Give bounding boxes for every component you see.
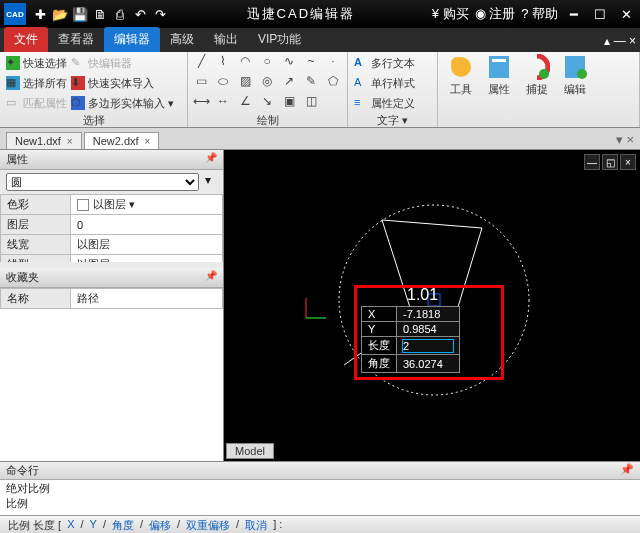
svg-point-6 bbox=[577, 69, 587, 79]
buy-link[interactable]: ¥ 购买 bbox=[432, 5, 469, 23]
svg-rect-3 bbox=[492, 59, 506, 62]
tab-output[interactable]: 输出 bbox=[204, 27, 248, 52]
fav-panel-title: 收藏夹 bbox=[6, 270, 39, 285]
qa-save-icon[interactable]: 💾 bbox=[70, 4, 90, 24]
tab-viewer[interactable]: 查看器 bbox=[48, 27, 104, 52]
draw-angle-icon[interactable]: ∠ bbox=[238, 94, 252, 108]
readout-title: 1.01 bbox=[407, 286, 438, 304]
close-button[interactable]: ✕ bbox=[616, 4, 636, 24]
opt-double-offset[interactable]: 双重偏移 bbox=[186, 518, 230, 533]
canvas-close-icon[interactable]: × bbox=[620, 154, 636, 170]
tab-advanced[interactable]: 高级 bbox=[160, 27, 204, 52]
stext-button[interactable]: A单行样式 bbox=[354, 74, 415, 92]
draw-ring-icon[interactable]: ◎ bbox=[260, 74, 274, 88]
pin-icon[interactable]: 📌 bbox=[205, 270, 217, 285]
readout-x[interactable]: -7.1818 bbox=[397, 307, 460, 322]
prop-color-cell[interactable]: 以图层 ▾ bbox=[71, 195, 223, 215]
tab-file[interactable]: 文件 bbox=[4, 27, 48, 52]
register-link[interactable]: ◉ 注册 bbox=[475, 5, 516, 23]
draw-line-icon[interactable]: ╱ bbox=[194, 54, 208, 68]
draw-hatch-icon[interactable]: ▨ bbox=[238, 74, 252, 88]
capture-button[interactable]: 捕捉 bbox=[520, 54, 554, 113]
close-icon[interactable]: × bbox=[67, 136, 73, 147]
app-title: 迅捷CAD编辑器 bbox=[170, 5, 432, 23]
group-select-label: 选择 bbox=[6, 112, 181, 129]
draw-block-icon[interactable]: ◫ bbox=[304, 94, 318, 108]
qa-saveall-icon[interactable]: 🗎 bbox=[90, 4, 110, 24]
readout-y[interactable]: 0.9854 bbox=[397, 322, 460, 337]
draw-ray-icon[interactable]: ↗ bbox=[282, 74, 296, 88]
tools-button[interactable]: 工具 bbox=[444, 54, 478, 113]
prop-panel-title: 属性 bbox=[6, 152, 28, 167]
edit-button[interactable]: 编辑 bbox=[558, 54, 592, 113]
maximize-button[interactable]: ☐ bbox=[590, 4, 610, 24]
fav-col-path: 路径 bbox=[71, 289, 223, 309]
canvas-max-icon[interactable]: ◱ bbox=[602, 154, 618, 170]
property-table: 色彩以图层 ▾ 图层0 线宽以图层 线型以图层 bbox=[0, 194, 223, 262]
draw-polyline-icon[interactable]: ⌇ bbox=[216, 54, 230, 68]
props-button[interactable]: 属性 bbox=[482, 54, 516, 113]
draw-curve-icon[interactable]: ∿ bbox=[282, 54, 296, 68]
doc-tab-2[interactable]: New2.dxf× bbox=[84, 132, 160, 149]
opt-offset[interactable]: 偏移 bbox=[149, 518, 171, 533]
app-logo: CAD bbox=[4, 3, 26, 25]
qa-undo-icon[interactable]: ↶ bbox=[130, 4, 150, 24]
attrdef-button[interactable]: ≡属性定义 bbox=[354, 94, 415, 112]
draw-arc-icon[interactable]: ◠ bbox=[238, 54, 252, 68]
doctabs-menu-icon[interactable]: ▾ × bbox=[610, 130, 640, 149]
opt-cancel[interactable]: 取消 bbox=[245, 518, 267, 533]
cmdline-title: 命令行 bbox=[6, 463, 39, 478]
draw-circle-icon[interactable]: ○ bbox=[260, 54, 274, 68]
polygon-input-button[interactable]: ⬠多边形实体输入 ▾ bbox=[71, 94, 174, 112]
draw-dim-icon[interactable]: ⟷ bbox=[194, 94, 208, 108]
quick-select-button[interactable]: ✦快速选择 bbox=[6, 54, 67, 72]
drawing-canvas[interactable]: — ◱ × 1.01 X-7.1818 Y0.9854 长度 角度36.0274… bbox=[224, 150, 640, 461]
qa-print-icon[interactable]: ⎙ bbox=[110, 4, 130, 24]
pin-icon[interactable]: 📌 bbox=[205, 152, 217, 167]
prop-lt-cell[interactable]: 以图层 bbox=[71, 255, 223, 263]
qa-redo-icon[interactable]: ↷ bbox=[150, 4, 170, 24]
qa-new-icon[interactable]: ✚ bbox=[30, 4, 50, 24]
tab-vip[interactable]: VIP功能 bbox=[248, 27, 311, 52]
qa-open-icon[interactable]: 📂 bbox=[50, 4, 70, 24]
draw-pen-icon[interactable]: ✎ bbox=[304, 74, 318, 88]
prop-lw-cell[interactable]: 以图层 bbox=[71, 235, 223, 255]
select-all-button[interactable]: ▦选择所有 bbox=[6, 74, 67, 92]
minimize-button[interactable]: ━ bbox=[564, 4, 584, 24]
fast-import-button[interactable]: ⬇快速实体导入 bbox=[71, 74, 174, 92]
draw-leader-icon[interactable]: ↘ bbox=[260, 94, 274, 108]
ribbon-collapse-icon[interactable]: ▴ — × bbox=[600, 30, 640, 52]
canvas-min-icon[interactable]: — bbox=[584, 154, 600, 170]
draw-frame-icon[interactable]: ▣ bbox=[282, 94, 296, 108]
cmdline-body[interactable]: 绝对比例 比例 bbox=[0, 480, 640, 516]
coordinate-readout: 1.01 X-7.1818 Y0.9854 长度 角度36.0274 bbox=[354, 285, 504, 380]
group-draw-label: 绘制 bbox=[194, 112, 341, 129]
readout-angle[interactable]: 36.0274 bbox=[397, 355, 460, 373]
svg-point-1 bbox=[451, 57, 463, 69]
close-icon[interactable]: × bbox=[145, 136, 151, 147]
draw-point-icon[interactable]: · bbox=[326, 54, 340, 68]
draw-rect-icon[interactable]: ▭ bbox=[194, 74, 208, 88]
group-text-label: 文字 ▾ bbox=[354, 112, 431, 129]
draw-ellipse-icon[interactable]: ⬭ bbox=[216, 74, 230, 88]
mtext-button[interactable]: A多行文本 bbox=[354, 54, 415, 72]
help-link[interactable]: ? 帮助 bbox=[521, 5, 558, 23]
pin-icon[interactable]: 📌 bbox=[620, 463, 634, 478]
svg-point-4 bbox=[539, 69, 549, 79]
command-prompt[interactable]: 比例 长度 [ X / Y / 角度 / 偏移 / 双重偏移 / 取消 ] : bbox=[0, 515, 640, 533]
opt-x[interactable]: X bbox=[67, 518, 74, 533]
draw-spline-icon[interactable]: ~ bbox=[304, 54, 318, 68]
opt-y[interactable]: Y bbox=[90, 518, 97, 533]
draw-dim2-icon[interactable]: ↔ bbox=[216, 94, 230, 108]
fav-col-name: 名称 bbox=[1, 289, 71, 309]
readout-length-input[interactable] bbox=[403, 340, 453, 352]
model-tab[interactable]: Model bbox=[226, 443, 274, 459]
prop-layer-cell[interactable]: 0 bbox=[71, 215, 223, 235]
match-props-button[interactable]: ▭匹配属性 bbox=[6, 94, 67, 112]
entity-type-select[interactable]: 圆 bbox=[6, 173, 199, 191]
opt-angle[interactable]: 角度 bbox=[112, 518, 134, 533]
quick-edit-button[interactable]: ✎快编辑器 bbox=[71, 54, 174, 72]
draw-polygon-icon[interactable]: ⬠ bbox=[326, 74, 340, 88]
tab-editor[interactable]: 编辑器 bbox=[104, 27, 160, 52]
doc-tab-1[interactable]: New1.dxf× bbox=[6, 132, 82, 149]
